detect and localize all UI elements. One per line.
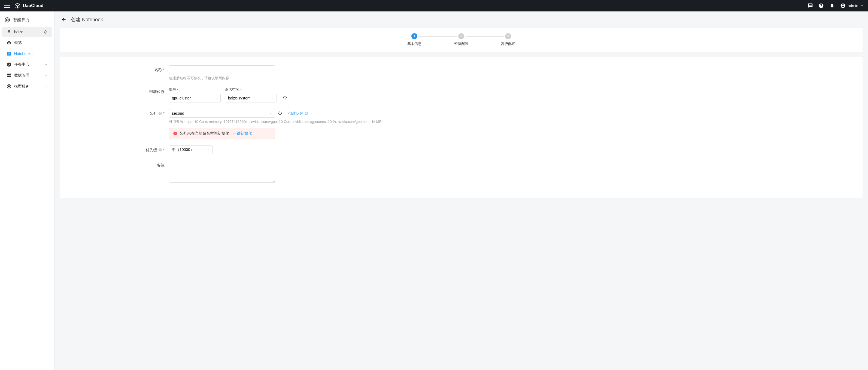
required-marker: *: [240, 88, 242, 92]
compute-icon: [4, 17, 10, 23]
menu-toggle-button[interactable]: [4, 4, 10, 8]
step-basic-info[interactable]: 1 基本信息: [407, 33, 422, 46]
cube-icon: [14, 2, 21, 9]
page-title: 创建 Notebook: [71, 17, 103, 23]
main-content: 创建 Notebook 1 基本信息 2 资源配置 3 高级配置: [55, 11, 868, 370]
external-link-icon: [305, 112, 308, 115]
eye-icon: [6, 40, 11, 45]
user-menu[interactable]: admin: [840, 3, 864, 8]
top-header: DaoCloud admin: [0, 0, 868, 11]
sidebar-item-tasks[interactable]: 任务中心: [2, 59, 52, 70]
workspace-icon: [6, 29, 11, 34]
queue-refresh-button[interactable]: [276, 110, 284, 117]
create-queue-link[interactable]: 创建队列: [288, 109, 308, 118]
header-left: DaoCloud: [4, 2, 43, 9]
name-hint: 创建后名称不可修改，请确认填写内容: [169, 76, 414, 81]
stepper-card: 1 基本信息 2 资源配置 3 高级配置: [60, 28, 863, 52]
sidebar: 智能算力 baize 概览 Notebooks 任务中心: [0, 11, 55, 370]
form-card: 名称 * 创建后名称不可修改，请确认填写内容 部署位置 集群: [60, 57, 863, 198]
sidebar-item-data[interactable]: 数据管理: [2, 70, 52, 81]
required-marker: *: [163, 109, 164, 118]
remark-textarea[interactable]: [169, 161, 275, 183]
task-icon: [6, 62, 11, 67]
username-text: admin: [848, 4, 858, 8]
page-header: 创建 Notebook: [55, 11, 868, 28]
name-input[interactable]: [169, 65, 275, 74]
location-refresh-button[interactable]: [281, 94, 289, 101]
sidebar-item-overview[interactable]: 概览: [2, 38, 52, 48]
field-priority: 优先级 *: [60, 146, 863, 154]
notebook-icon: [6, 51, 11, 56]
cluster-select[interactable]: [169, 94, 221, 102]
header-right: admin: [808, 3, 864, 8]
chevron-down-icon: [44, 85, 48, 88]
field-location: 部署位置 集群 * 命名: [60, 87, 863, 102]
sidebar-workspace-selector[interactable]: baize: [2, 27, 52, 37]
help-icon[interactable]: [158, 148, 162, 152]
bell-icon[interactable]: [829, 3, 835, 8]
refresh-icon[interactable]: [43, 30, 48, 34]
priority-select[interactable]: [169, 146, 213, 154]
sidebar-item-models[interactable]: 模型服务: [2, 81, 52, 92]
required-marker: *: [177, 88, 179, 92]
required-marker: *: [163, 146, 164, 154]
help-icon[interactable]: [818, 3, 824, 8]
message-icon[interactable]: [808, 3, 813, 8]
help-icon[interactable]: [158, 112, 162, 115]
refresh-icon: [282, 95, 287, 100]
svg-point-2: [7, 20, 8, 21]
queue-select[interactable]: [169, 109, 275, 118]
required-marker: *: [163, 65, 164, 74]
model-icon: [6, 84, 11, 89]
refresh-icon: [278, 111, 282, 116]
step-advanced-config[interactable]: 3 高级配置: [501, 33, 515, 46]
sidebar-title: 智能算力: [0, 13, 54, 26]
brand-text: DaoCloud: [23, 3, 43, 8]
chevron-down-icon: [44, 74, 48, 77]
field-queue: 队列 * 创建队列 可用资源：cpu: 1: [60, 109, 863, 139]
error-icon: [173, 131, 177, 136]
sidebar-item-notebooks[interactable]: Notebooks: [2, 49, 52, 59]
data-icon: [6, 73, 11, 78]
initialize-queue-link[interactable]: 一键初始化: [233, 131, 252, 135]
stepper: 1 基本信息 2 资源配置 3 高级配置: [60, 33, 863, 46]
chevron-down-icon: [44, 63, 48, 66]
user-avatar-icon: [840, 3, 846, 8]
step-resource-config[interactable]: 2 资源配置: [454, 33, 468, 46]
field-name: 名称 * 创建后名称不可修改，请确认填写内容: [60, 65, 863, 81]
back-button[interactable]: [61, 17, 66, 22]
brand-logo[interactable]: DaoCloud: [14, 2, 43, 9]
field-remark: 备注: [60, 161, 863, 183]
queue-resources-hint: 可用资源：cpu: 10 Core, memory: 10737418240m …: [169, 119, 414, 124]
queue-alert: 队列未在当前命名空间初始化，一键初始化: [169, 128, 275, 139]
namespace-select[interactable]: [225, 94, 277, 102]
chevron-down-icon: [860, 4, 864, 7]
